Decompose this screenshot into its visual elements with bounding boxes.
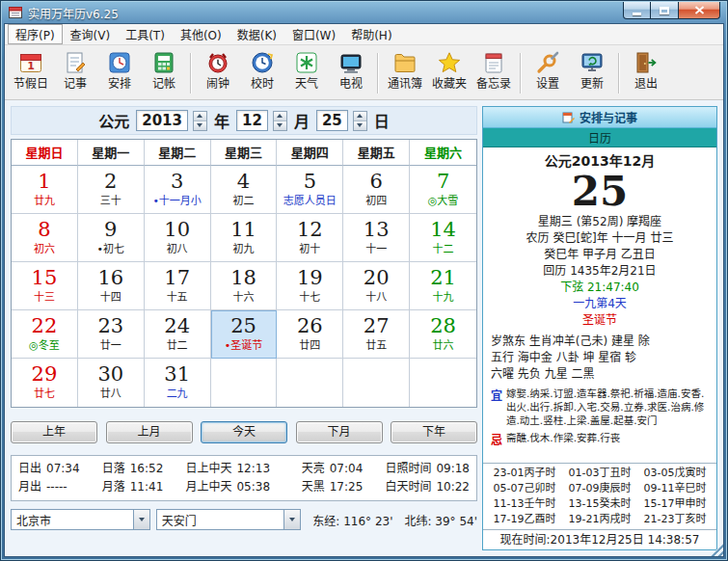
update-tool[interactable]: 更新 — [570, 47, 614, 99]
month-spin-down[interactable] — [274, 120, 286, 130]
day-number: 18 — [211, 265, 277, 290]
sun-moon-value: 11:41 — [130, 478, 164, 496]
calendar-cell-14[interactable]: 14十二 — [410, 214, 476, 262]
calendar-cell-11[interactable]: 11初九 — [211, 214, 278, 262]
alarm-tool[interactable]: 闹钟 — [196, 47, 240, 99]
place-select-arrow[interactable] — [283, 510, 300, 529]
tool-label: 天气 — [295, 77, 318, 91]
calendar-cell-5[interactable]: 5志愿人员日 — [277, 166, 343, 214]
chevron-up-icon — [277, 114, 283, 118]
calendar-cell-6[interactable]: 6初四 — [343, 166, 410, 214]
location-row: 北京市 天安门 东经: 116° 23' 北纬: 39° 54' — [11, 509, 477, 530]
day-number: 1 — [12, 169, 77, 194]
sun-moon-item: 月出----- — [18, 478, 102, 496]
city-select[interactable]: 北京市 — [11, 509, 150, 530]
calendar-cell-17[interactable]: 17十五 — [145, 262, 211, 310]
schedule-tool[interactable]: 安排 — [97, 47, 142, 99]
calendar-cell-empty — [277, 359, 343, 407]
calendar-cell-29[interactable]: 29廿七 — [12, 359, 78, 407]
day-spin-up[interactable] — [354, 112, 366, 120]
calendar-cell-9[interactable]: 9•初七 — [78, 214, 145, 262]
calendar-cell-23[interactable]: 23廿一 — [78, 310, 145, 359]
calendar-cell-27[interactable]: 27廿五 — [343, 310, 410, 359]
calendar-cell-16[interactable]: 16十四 — [78, 262, 145, 310]
tool-label: 校时 — [251, 77, 274, 91]
sun-moon-row: 日出07:34日落16:52日上中天12:13天亮07:04日照时间09:18 — [18, 460, 470, 478]
next-year-button[interactable]: 下年 — [391, 421, 477, 443]
city-select-arrow[interactable] — [133, 510, 149, 529]
sun-moon-label: 白天时间 — [385, 478, 431, 496]
calendar-cell-31[interactable]: 31二九 — [145, 359, 211, 407]
month-spinner — [273, 111, 287, 131]
day-note: •圣诞节 — [211, 338, 277, 353]
day-spin-down[interactable] — [354, 120, 366, 130]
year-spin-up[interactable] — [194, 112, 206, 120]
day-input[interactable]: 25 — [316, 110, 348, 131]
menu-program[interactable]: 程序(P) — [8, 24, 63, 44]
next-month-button[interactable]: 下月 — [296, 421, 383, 443]
calendar-cell-3[interactable]: 3•十一月小 — [145, 166, 211, 214]
menu-data[interactable]: 数据(K) — [229, 24, 284, 44]
menu-other[interactable]: 其他(O) — [173, 24, 229, 44]
weather-icon — [294, 50, 319, 75]
calendar-cell-12[interactable]: 12初十 — [277, 214, 343, 262]
settings-tool[interactable]: 设置 — [526, 47, 570, 99]
time-sync-tool[interactable]: 校时 — [240, 47, 284, 99]
calendar-cell-19[interactable]: 19十七 — [277, 262, 343, 310]
day-number: 23 — [78, 313, 144, 338]
sun-moon-item: 月落11:41 — [102, 478, 186, 496]
close-button[interactable] — [678, 2, 720, 19]
calendar-cell-7[interactable]: 7◎大雪 — [410, 166, 476, 214]
notes-tool[interactable]: 记事 — [53, 47, 97, 99]
year-unit-label: 年 — [212, 109, 231, 132]
calendar-cell-4[interactable]: 4初二 — [211, 166, 278, 214]
hour-cell: 05-07己卯时 — [487, 481, 562, 496]
accounting-tool[interactable]: 记帐 — [142, 47, 186, 99]
month-input[interactable]: 12 — [236, 110, 268, 131]
alarm-icon — [205, 50, 230, 75]
menu-window[interactable]: 窗口(W) — [284, 24, 343, 44]
place-select[interactable]: 天安门 — [156, 509, 302, 530]
memo-tool[interactable]: 备忘录 — [472, 47, 516, 99]
calendar-cell-28[interactable]: 28廿六 — [410, 310, 476, 359]
holiday-tool[interactable]: 1节假日 — [9, 47, 53, 99]
exit-tool[interactable]: 退出 — [624, 47, 668, 99]
menu-query[interactable]: 查询(V) — [63, 24, 119, 44]
calendar-cell-26[interactable]: 26廿四 — [277, 310, 343, 359]
calendar-cell-10[interactable]: 10初八 — [145, 214, 211, 262]
month-spin-up[interactable] — [274, 112, 286, 120]
calendar-cell-22[interactable]: 22◎冬至 — [12, 310, 78, 359]
svg-text:1: 1 — [27, 60, 35, 72]
contacts-tool[interactable]: 通讯簿 — [383, 47, 427, 99]
weather-tool[interactable]: 天气 — [284, 47, 329, 99]
calendar-cell-18[interactable]: 18十六 — [211, 262, 278, 310]
calendar-cell-13[interactable]: 13十一 — [343, 214, 410, 262]
day-note: ◎冬至 — [12, 338, 77, 353]
year-input[interactable]: 2013 — [136, 110, 188, 131]
day-note: 十五 — [145, 290, 210, 305]
prev-month-button[interactable]: 上月 — [106, 421, 193, 443]
calendar-cell-8[interactable]: 8初六 — [12, 214, 78, 262]
minimize-button[interactable] — [623, 2, 651, 19]
day-note: 二九 — [145, 387, 210, 401]
year-spin-down[interactable] — [194, 120, 206, 130]
today-button[interactable]: 今天 — [201, 421, 287, 443]
calendar-cell-2[interactable]: 2三十 — [78, 166, 145, 214]
favorites-tool[interactable]: 收藏夹 — [427, 47, 472, 99]
maximize-button[interactable] — [651, 2, 678, 19]
calendar-cell-1[interactable]: 1廿九 — [12, 166, 78, 214]
prev-year-button[interactable]: 上年 — [11, 421, 97, 443]
tab-calendar[interactable]: 日历 — [483, 128, 716, 147]
calendar-pane: 公元 2013 年 12 月 25 日 星期日星期一星期二星期三星期四星期五星期… — [11, 106, 477, 550]
calendar-cell-30[interactable]: 30廿八 — [78, 359, 145, 407]
calendar-cell-24[interactable]: 24廿二 — [145, 310, 211, 359]
menu-tools[interactable]: 工具(T) — [118, 24, 173, 44]
title-bar[interactable]: 实用万年历v6.25 — [4, 2, 724, 23]
calendar-cell-20[interactable]: 20十八 — [343, 262, 410, 310]
calendar-cell-25[interactable]: 25•圣诞节 — [211, 310, 278, 359]
calendar-cell-21[interactable]: 21十九 — [410, 262, 476, 310]
tv-tool[interactable]: 电视 — [329, 47, 373, 99]
calendar-cell-15[interactable]: 15十三 — [12, 262, 78, 310]
menu-help[interactable]: 帮助(H) — [343, 24, 399, 44]
day-number: 20 — [343, 265, 409, 290]
